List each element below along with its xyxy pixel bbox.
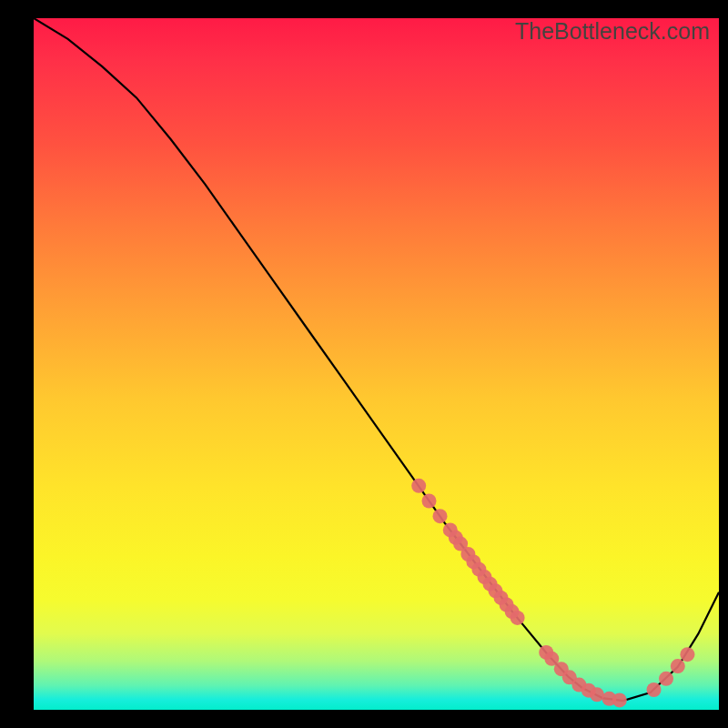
data-dots (411, 479, 694, 708)
data-dot (411, 479, 426, 493)
bottleneck-curve (34, 18, 719, 710)
data-dot (422, 494, 437, 509)
data-dot (680, 647, 694, 662)
data-dot (511, 611, 525, 625)
curve-path (34, 18, 719, 701)
data-dot (433, 509, 448, 523)
chart-canvas: TheBottleneck.com (34, 18, 719, 710)
data-dot (659, 672, 673, 686)
data-dot (647, 682, 662, 697)
data-dot (612, 693, 627, 707)
data-dot (671, 659, 685, 673)
